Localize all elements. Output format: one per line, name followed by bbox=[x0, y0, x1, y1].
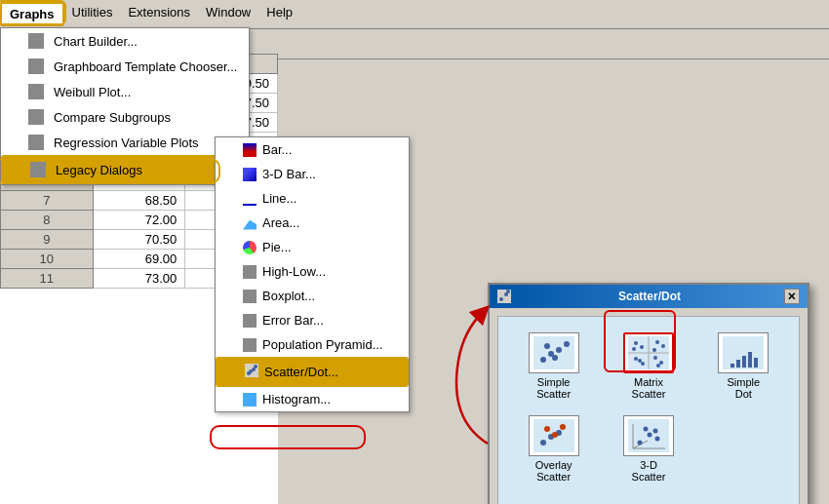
cell-col1[interactable]: 70.50 bbox=[93, 230, 185, 250]
pie-icon bbox=[243, 241, 257, 254]
highlow-icon bbox=[243, 265, 257, 279]
menubar: Graphs Utilities Extensions Window Help bbox=[0, 0, 829, 29]
row-number: 11 bbox=[1, 269, 94, 289]
row-number: 8 bbox=[1, 211, 94, 230]
pyramid-icon bbox=[243, 338, 257, 352]
submenu-highlow[interactable]: High-Low... bbox=[216, 259, 409, 284]
overlay-scatter-label: OverlayScatter bbox=[535, 459, 572, 483]
dialog-close-button[interactable]: ✕ bbox=[784, 289, 800, 304]
svg-point-43 bbox=[560, 424, 566, 430]
overlay-scatter-icon-box bbox=[529, 415, 579, 456]
boxplot-icon bbox=[243, 290, 257, 303]
svg-point-41 bbox=[544, 426, 550, 432]
submenu-3dbar[interactable]: 3-D Bar... bbox=[216, 162, 409, 186]
menu-item-chart-builder[interactable]: Chart Builder... bbox=[1, 28, 249, 54]
weibull-icon bbox=[28, 84, 44, 99]
menu-window[interactable]: Window bbox=[198, 2, 258, 26]
menu-item-legacy-dialogs[interactable]: Legacy Dialogs ▶ bbox=[1, 155, 249, 184]
3d-scatter-icon-box bbox=[623, 415, 674, 456]
menu-help[interactable]: Help bbox=[258, 2, 300, 26]
simple-scatter-label: SimpleScatter bbox=[536, 376, 571, 400]
option-overlay-scatter[interactable]: OverlayScatter bbox=[510, 411, 597, 486]
svg-rect-32 bbox=[730, 364, 734, 368]
svg-point-13 bbox=[564, 341, 570, 347]
menu-item-weibull[interactable]: Weibull Plot... bbox=[1, 79, 249, 104]
simple-scatter-icon-box bbox=[529, 332, 579, 373]
submenu-pie[interactable]: Pie... bbox=[216, 235, 409, 259]
svg-point-10 bbox=[540, 357, 546, 363]
svg-point-21 bbox=[632, 347, 636, 351]
svg-point-26 bbox=[641, 362, 645, 366]
dialog-title: Scatter/Dot bbox=[618, 290, 681, 303]
graphboard-icon bbox=[28, 58, 44, 74]
chart-builder-icon bbox=[28, 33, 44, 49]
option-3d-scatter[interactable]: 3-DScatter bbox=[605, 411, 691, 486]
option-matrix-scatter[interactable]: MatrixScatter bbox=[605, 329, 691, 404]
errorbar-icon bbox=[243, 314, 257, 328]
option-simple-dot[interactable]: SimpleDot bbox=[700, 329, 787, 404]
submenu-area[interactable]: Area... bbox=[216, 211, 409, 235]
dialog-body: SimpleScatter bbox=[497, 316, 800, 504]
menu-utilities[interactable]: Utilities bbox=[64, 2, 121, 26]
svg-rect-35 bbox=[748, 352, 752, 368]
svg-point-49 bbox=[647, 433, 651, 438]
simple-dot-label: SimpleDot bbox=[728, 376, 761, 400]
cell-col1[interactable]: 73.00 bbox=[93, 269, 185, 289]
graphs-dropdown: Chart Builder... Graphboard Template Cho… bbox=[0, 27, 250, 185]
cell-col1[interactable]: 72.00 bbox=[93, 211, 185, 230]
matrix-scatter-label: MatrixScatter bbox=[632, 376, 666, 400]
submenu-line[interactable]: Line... bbox=[216, 186, 409, 211]
svg-point-19 bbox=[634, 341, 638, 345]
area-icon bbox=[243, 216, 257, 230]
row-number: 9 bbox=[1, 230, 94, 250]
svg-point-50 bbox=[654, 437, 659, 442]
submenu-scatter[interactable]: Scatter/Dot... bbox=[216, 357, 409, 387]
svg-point-22 bbox=[655, 340, 659, 344]
svg-rect-34 bbox=[742, 356, 746, 368]
submenu-pyramid[interactable]: Population Pyramid... bbox=[216, 332, 409, 357]
svg-point-6 bbox=[499, 297, 503, 301]
svg-point-28 bbox=[653, 356, 657, 360]
menu-item-compare[interactable]: Compare Subgroups bbox=[1, 104, 249, 130]
svg-point-20 bbox=[640, 345, 644, 349]
svg-point-8 bbox=[506, 290, 510, 293]
svg-point-24 bbox=[652, 348, 656, 352]
submenu-histogram[interactable]: Histogram... bbox=[216, 387, 409, 411]
svg-point-52 bbox=[652, 429, 657, 434]
svg-point-29 bbox=[659, 361, 663, 365]
regression-icon bbox=[28, 135, 44, 150]
dialog-title-icon bbox=[497, 290, 515, 304]
svg-point-42 bbox=[552, 432, 558, 438]
cell-col1[interactable]: 69.00 bbox=[93, 250, 185, 269]
compare-icon bbox=[28, 109, 44, 125]
svg-rect-36 bbox=[754, 358, 758, 368]
svg-point-30 bbox=[656, 364, 660, 368]
svg-point-27 bbox=[638, 359, 642, 363]
svg-point-48 bbox=[637, 441, 642, 446]
svg-point-14 bbox=[552, 355, 558, 361]
legacy-icon bbox=[30, 162, 46, 177]
scatter-icon bbox=[245, 364, 258, 380]
svg-point-38 bbox=[540, 440, 546, 446]
svg-point-3 bbox=[254, 365, 257, 368]
svg-rect-33 bbox=[736, 360, 740, 368]
main-window: Graphs Utilities Extensions Window Help … bbox=[0, 0, 829, 504]
svg-point-15 bbox=[544, 343, 550, 349]
scatter-options: SimpleScatter bbox=[510, 329, 787, 486]
submenu-errorbar[interactable]: Error Bar... bbox=[216, 308, 409, 332]
cell-col1[interactable]: 68.50 bbox=[93, 191, 185, 211]
matrix-scatter-icon-box bbox=[623, 332, 674, 373]
svg-point-12 bbox=[556, 347, 562, 353]
menu-item-graphboard[interactable]: Graphboard Template Chooser... bbox=[1, 54, 249, 79]
submenu-boxplot[interactable]: Boxplot... bbox=[216, 284, 409, 308]
simple-dot-icon-box bbox=[718, 332, 769, 373]
svg-point-4 bbox=[249, 369, 253, 373]
menu-graphs[interactable]: Graphs bbox=[0, 2, 64, 26]
menu-item-regression[interactable]: Regression Variable Plots bbox=[1, 130, 249, 155]
svg-point-25 bbox=[634, 357, 638, 361]
submenu-bar[interactable]: Bar... bbox=[216, 137, 409, 162]
menu-extensions[interactable]: Extensions bbox=[120, 2, 198, 26]
legacy-submenu: Bar... 3-D Bar... Line... Area... Pie...… bbox=[215, 136, 410, 412]
option-simple-scatter[interactable]: SimpleScatter bbox=[510, 329, 597, 404]
row-number: 7 bbox=[1, 191, 94, 211]
